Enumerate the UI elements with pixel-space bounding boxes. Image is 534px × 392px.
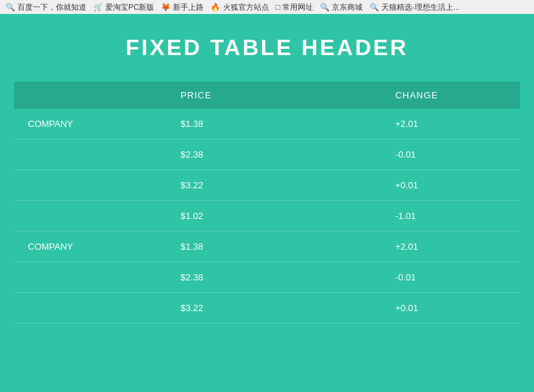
cell-change: +0.01 — [381, 293, 520, 324]
cell-change: -0.01 — [381, 262, 520, 293]
page-title: FIXED TABLE HEADER — [14, 35, 520, 61]
fixed-header-table: PRICE CHANGE COMPANY$1.38+2.01$2.38-0.01… — [14, 82, 520, 324]
cell-change: +0.01 — [381, 170, 520, 201]
table-wrapper: PRICE CHANGE COMPANY$1.38+2.01$2.38-0.01… — [14, 82, 520, 324]
cell-price: $3.22 — [167, 170, 381, 201]
cell-price: $1.38 — [167, 232, 381, 262]
cell-company: COMPANY — [14, 232, 167, 262]
tab-common-sites[interactable]: □ 常用网址 — [276, 2, 314, 13]
table-row: $2.38-0.01 — [14, 140, 520, 170]
cell-price: $1.02 — [167, 201, 381, 232]
tab-baidu[interactable]: 🔍 百度一下，你就知道 — [6, 2, 86, 13]
table-row: $1.02-1.01 — [14, 201, 520, 232]
cell-price: $2.38 — [167, 262, 381, 293]
cell-company: COMPANY — [14, 109, 167, 140]
page-container: FIXED TABLE HEADER PRICE CHANGE COMPANY$… — [0, 14, 534, 338]
cell-company — [14, 140, 167, 170]
cell-company — [14, 262, 167, 293]
table-row: $2.38-0.01 — [14, 262, 520, 293]
cell-price: $3.22 — [167, 293, 381, 324]
header-row: PRICE CHANGE — [14, 82, 520, 109]
col-header-price: PRICE — [167, 82, 381, 109]
cell-change: -0.01 — [381, 140, 520, 170]
table-row: $3.22+0.01 — [14, 170, 520, 201]
table-row: $3.22+0.01 — [14, 293, 520, 324]
cell-change: -1.01 — [381, 201, 520, 232]
table-header: PRICE CHANGE — [14, 82, 520, 109]
table-row: COMPANY$1.38+2.01 — [14, 232, 520, 262]
tab-firefox-official[interactable]: 🔥 火狐官方站点 — [211, 2, 268, 13]
cell-change: +2.01 — [381, 232, 520, 262]
cell-company — [14, 293, 167, 324]
cell-price: $1.38 — [167, 109, 381, 140]
table-body: COMPANY$1.38+2.01$2.38-0.01$3.22+0.01$1.… — [14, 109, 520, 324]
tab-firefox[interactable]: 🦊 新手上路 — [161, 2, 204, 13]
cell-change: +2.01 — [381, 109, 520, 140]
col-header-change: CHANGE — [381, 82, 520, 109]
tab-tmall[interactable]: 🔍 天猫精选-理想生活上... — [369, 2, 459, 13]
cell-company — [14, 170, 167, 201]
cell-price: $2.38 — [167, 140, 381, 170]
browser-tab-bar: 🔍 百度一下，你就知道 🛒 爱淘宝PC新版 🦊 新手上路 🔥 火狐官方站点 □ … — [0, 0, 534, 14]
cell-company — [14, 201, 167, 232]
tab-jd[interactable]: 🔍 京东商城 — [320, 2, 363, 13]
tab-taobao[interactable]: 🛒 爱淘宝PC新版 — [93, 2, 154, 13]
table-row: COMPANY$1.38+2.01 — [14, 109, 520, 140]
col-header-company — [14, 82, 167, 109]
